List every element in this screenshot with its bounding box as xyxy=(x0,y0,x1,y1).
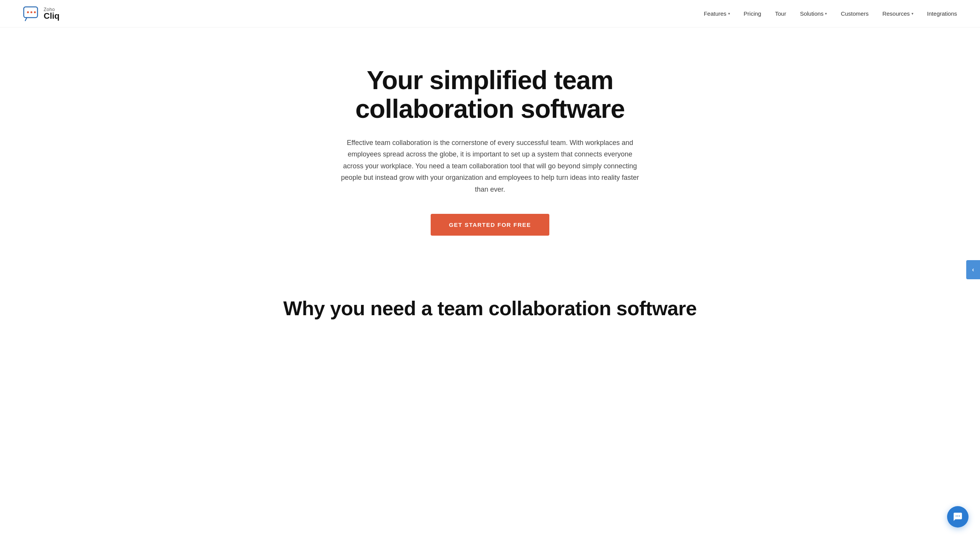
logo-cliq-label: Cliq xyxy=(44,12,60,20)
chat-icon xyxy=(953,512,963,522)
navbar: Zoho Cliq Features ▾ Pricing Tour Soluti… xyxy=(0,0,980,28)
logo-text: Zoho Cliq xyxy=(44,7,60,20)
nav-link-customers[interactable]: Customers xyxy=(841,10,869,17)
nav-item-solutions[interactable]: Solutions ▾ xyxy=(800,10,827,17)
svg-point-2 xyxy=(31,11,33,13)
nav-link-tour[interactable]: Tour xyxy=(775,10,786,17)
nav-link-features[interactable]: Features ▾ xyxy=(704,10,730,17)
chat-button[interactable] xyxy=(947,506,969,528)
nav-item-customers[interactable]: Customers xyxy=(841,10,869,17)
nav-item-resources[interactable]: Resources ▾ xyxy=(882,10,913,17)
logo[interactable]: Zoho Cliq xyxy=(23,5,60,22)
nav-item-integrations[interactable]: Integrations xyxy=(927,10,957,17)
resources-dropdown-arrow: ▾ xyxy=(911,11,913,16)
logo-icon xyxy=(23,5,40,22)
nav-link-pricing[interactable]: Pricing xyxy=(744,10,761,17)
features-dropdown-arrow: ▾ xyxy=(728,11,730,16)
hero-description: Effective team collaboration is the corn… xyxy=(341,137,639,195)
hero-title: Your simplified team collaboration softw… xyxy=(333,66,647,123)
cta-button[interactable]: GET STARTED FOR FREE xyxy=(431,214,550,236)
nav-item-pricing[interactable]: Pricing xyxy=(744,10,761,17)
why-title: Why you need a team collaboration softwa… xyxy=(15,297,965,320)
nav-link-integrations[interactable]: Integrations xyxy=(927,10,957,17)
svg-point-3 xyxy=(34,11,36,13)
hero-section: Your simplified team collaboration softw… xyxy=(318,28,662,266)
nav-link-resources[interactable]: Resources ▾ xyxy=(882,10,913,17)
svg-point-1 xyxy=(27,11,29,13)
side-tab[interactable]: ‹ xyxy=(966,260,980,279)
why-section: Why you need a team collaboration softwa… xyxy=(0,266,980,335)
side-tab-icon: ‹ xyxy=(972,266,974,273)
nav-links: Features ▾ Pricing Tour Solutions ▾ Cust… xyxy=(704,10,957,17)
nav-item-tour[interactable]: Tour xyxy=(775,10,786,17)
nav-link-solutions[interactable]: Solutions ▾ xyxy=(800,10,827,17)
nav-item-features[interactable]: Features ▾ xyxy=(704,10,730,17)
solutions-dropdown-arrow: ▾ xyxy=(825,11,827,16)
